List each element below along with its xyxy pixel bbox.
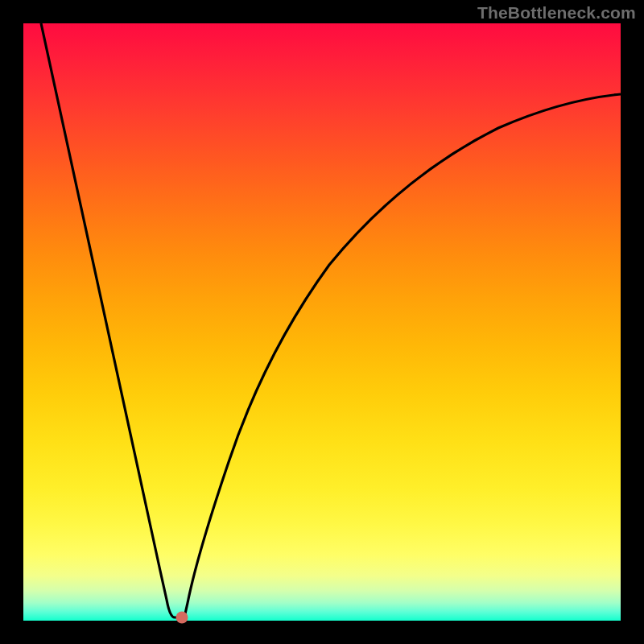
- watermark-text: TheBottleneck.com: [477, 3, 636, 23]
- chart-frame: TheBottleneck.com: [0, 0, 644, 644]
- optimal-point-marker: [176, 612, 188, 624]
- bottleneck-curve: [23, 23, 621, 621]
- curve-path: [41, 23, 621, 617]
